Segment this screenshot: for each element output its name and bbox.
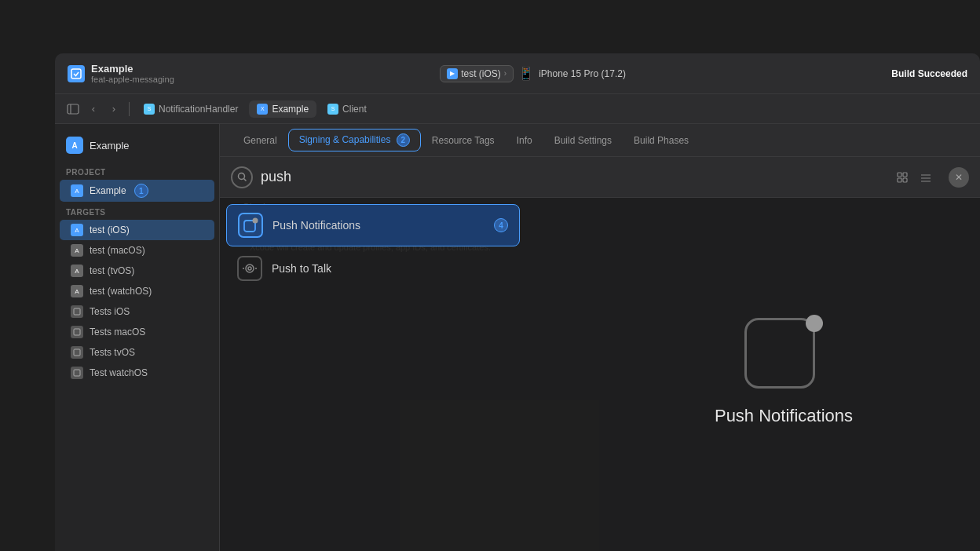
tab-signing-capabilities[interactable]: Signing & Capabilities 2 (288, 129, 421, 151)
sidebar-icon-test-ios: A (71, 224, 83, 236)
push-notifications-title: Push Notifications (715, 406, 853, 426)
view-toggle-buttons (892, 167, 936, 188)
tab-build-phases-label: Build Phases (634, 135, 689, 146)
tab-label-example: Example (272, 104, 309, 115)
back-button[interactable]: ‹ (85, 100, 102, 118)
result-push-notifications[interactable]: Push Notifications 4 (226, 204, 520, 246)
tab-info-label: Info (517, 135, 532, 146)
title-bar-left: Example feat-apple-messaging (68, 63, 174, 84)
sidebar-toggle[interactable] (64, 100, 82, 118)
app-icon: A (66, 137, 83, 154)
device-icon: 📱 (518, 66, 534, 81)
svg-rect-6 (74, 370, 80, 376)
content-panel: General Signing & Capabilities 2 Resourc… (220, 124, 980, 551)
sidebar-label-tests-ios: Tests iOS (90, 306, 130, 317)
tab-example[interactable]: X Example (249, 100, 316, 118)
sidebar: A Example PROJECT A Example 1 TARGETS A … (55, 124, 220, 551)
sidebar-item-tests-macos[interactable]: Tests macOS (60, 322, 214, 342)
sidebar-label-test-macos: test (macOS) (90, 245, 145, 256)
sidebar-item-tests-ios[interactable]: Tests iOS (60, 301, 214, 322)
scheme-label: test (iOS) (461, 68, 501, 79)
title-bar-center: ▶ test (iOS) › 📱 iPhone 15 Pro (17.2) (174, 65, 892, 82)
search-overlay: ✕ Push Notifications (220, 157, 980, 551)
result-push-to-talk-icon (237, 256, 262, 281)
result-push-to-talk[interactable]: Push to Talk (226, 248, 520, 289)
push-notif-dot (806, 315, 823, 332)
tab-resource-label: Resource Tags (432, 135, 495, 146)
sidebar-label-test-ios: test (iOS) (90, 224, 130, 235)
title-bar: Example feat-apple-messaging ▶ test (iOS… (55, 53, 980, 94)
tab-resource-tags[interactable]: Resource Tags (421, 130, 506, 151)
sidebar-header: A Example (55, 133, 219, 162)
main-window: Example feat-apple-messaging ▶ test (iOS… (55, 53, 980, 551)
sidebar-item-test-macos[interactable]: A test (macOS) (60, 240, 214, 261)
tab-build-phases[interactable]: Build Phases (623, 130, 700, 151)
tab-build-settings-label: Build Settings (554, 135, 612, 146)
tab-notification-handler[interactable]: S NotificationHandler (136, 100, 246, 118)
sidebar-label-test-tvos: test (tvOS) (90, 265, 134, 276)
search-close-button[interactable]: ✕ (949, 167, 969, 188)
sidebar-item-tests-tvos[interactable]: Tests tvOS (60, 342, 214, 363)
sidebar-item-project-icon: A (71, 184, 83, 197)
sidebar-item-test-watchos-tests[interactable]: Test watchOS (60, 363, 214, 383)
result-push-badge: 4 (494, 218, 508, 232)
svg-rect-5 (74, 349, 80, 356)
result-push-notifications-label: Push Notifications (272, 219, 360, 232)
svg-point-18 (246, 265, 254, 272)
tab-bar: ‹ › S NotificationHandler X Example S Cl… (55, 94, 980, 124)
sidebar-icon-test-macos: A (71, 244, 83, 257)
main-area: A Example PROJECT A Example 1 TARGETS A … (55, 124, 980, 551)
sidebar-icon-tests-ios (71, 305, 83, 318)
sidebar-item-project-label: Example (90, 185, 126, 196)
result-push-to-talk-label: Push to Talk (272, 262, 331, 275)
sidebar-icon-test-watchos: A (71, 285, 83, 297)
list-view-button[interactable] (916, 167, 936, 188)
svg-rect-11 (898, 178, 901, 182)
sidebar-icon-test-watchos-tests (71, 367, 83, 379)
search-icon (231, 166, 253, 188)
sidebar-item-test-tvos[interactable]: A test (tvOS) (60, 261, 214, 281)
scheme-icon: ▶ (447, 68, 458, 79)
tab-build-settings[interactable]: Build Settings (543, 130, 623, 151)
push-notifications-preview: Push Notifications (587, 190, 980, 551)
svg-rect-12 (903, 178, 907, 182)
tab-label-notification: NotificationHandler (159, 104, 238, 115)
title-project-info: Example feat-apple-messaging (91, 63, 174, 84)
tab-client[interactable]: S Client (320, 100, 375, 118)
sidebar-label-test-watchos: Test watchOS (90, 367, 148, 378)
sidebar-icon-tests-macos (71, 326, 83, 338)
sidebar-item-test-ios[interactable]: A test (iOS) (60, 220, 214, 240)
device-label: iPhone 15 Pro (17.2) (539, 68, 626, 79)
inspector-tabs: General Signing & Capabilities 2 Resourc… (220, 124, 980, 157)
svg-point-7 (238, 173, 244, 180)
tab-general[interactable]: General (232, 130, 288, 151)
tab-icon-example: X (257, 104, 268, 115)
tab-info[interactable]: Info (506, 130, 543, 151)
sidebar-item-example-project[interactable]: A Example 1 (60, 180, 214, 202)
result-push-notifications-icon (238, 213, 263, 238)
tab-icon-notification: S (144, 104, 155, 115)
sidebar-icon-test-tvos: A (71, 265, 83, 277)
scheme-selector[interactable]: ▶ test (iOS) › (440, 65, 514, 82)
push-notif-outer-rect (744, 318, 815, 389)
forward-button[interactable]: › (105, 100, 122, 118)
svg-rect-9 (898, 173, 901, 177)
search-results-layout: Push Notifications 4 (220, 198, 980, 551)
svg-rect-4 (74, 329, 80, 335)
svg-rect-1 (68, 104, 79, 114)
project-badge: 1 (134, 184, 148, 198)
search-input[interactable] (261, 169, 884, 185)
project-name: Example (91, 63, 174, 75)
targets-section-label: TARGETS (55, 202, 219, 220)
title-bar-right: Build Succeeded (891, 68, 967, 79)
scheme-chevron: › (504, 69, 506, 78)
grid-view-button[interactable] (892, 167, 912, 188)
signing-tab-badge: 2 (397, 133, 410, 147)
svg-line-8 (243, 179, 246, 181)
project-icon (68, 65, 85, 82)
branch-name: feat-apple-messaging (91, 75, 174, 84)
svg-rect-0 (71, 69, 81, 78)
project-section-label: PROJECT (55, 162, 219, 180)
app-name: Example (90, 140, 130, 151)
sidebar-item-test-watchos[interactable]: A test (watchOS) (60, 281, 214, 301)
